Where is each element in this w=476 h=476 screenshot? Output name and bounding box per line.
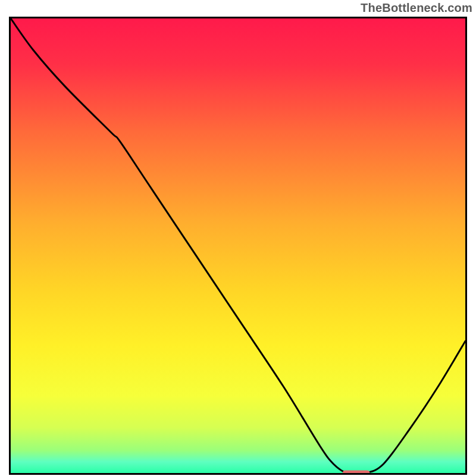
- plot-area: [9, 17, 467, 475]
- svg-rect-1: [343, 470, 370, 473]
- watermark-label: TheBottleneck.com: [361, 1, 472, 15]
- chart-frame: TheBottleneck.com: [0, 0, 476, 476]
- optimal-marker: [11, 18, 465, 473]
